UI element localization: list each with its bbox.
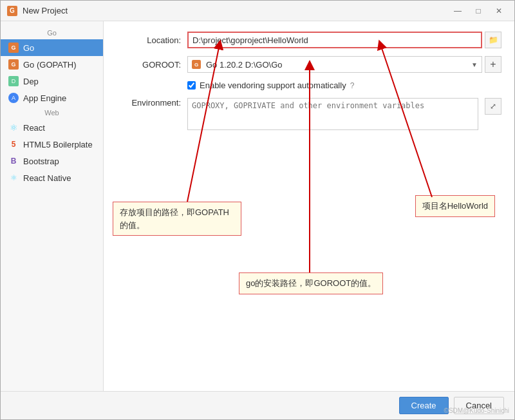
create-button[interactable]: Create [399, 397, 449, 414]
vendoring-checkbox[interactable] [187, 81, 196, 90]
sidebar-item-go-gopath[interactable]: G Go (GOPATH) [1, 56, 103, 73]
location-label: Location: [117, 35, 181, 45]
react-icon: ⚛ [8, 122, 19, 133]
environment-row: Environment: ⤢ [117, 98, 501, 130]
location-control: 📁 [187, 32, 501, 48]
go-icon: G [8, 43, 19, 53]
titlebar-controls: — □ ✕ [449, 5, 508, 17]
location-row: Location: 📁 [117, 32, 501, 48]
sidebar-label-html5: HTML5 Boilerplate [23, 140, 93, 149]
go-sdk-icon: G [192, 60, 201, 69]
window-title: New Project [23, 6, 68, 15]
goroot-select-container: G Go 1.20.2 D:\GO\Go ▼ [187, 56, 482, 73]
watermark: ©SDM@Kudo-Shinichi [444, 407, 509, 414]
app-icon: G [7, 6, 17, 16]
sidebar-item-go[interactable]: G Go [1, 39, 103, 56]
dropdown-arrow-icon: ▼ [471, 61, 478, 68]
vendoring-label: Enable vendoring support automatically [200, 81, 346, 90]
annotation-box-3: go的安装路径，即GOROOT的值。 [239, 272, 383, 294]
window: G New Project — □ ✕ Go G Go G Go (GOPATH… [0, 0, 515, 420]
sidebar-label-go: Go [23, 43, 34, 53]
location-input[interactable] [187, 32, 482, 48]
environment-label: Environment: [117, 98, 181, 108]
goroot-add-button[interactable]: + [485, 56, 501, 73]
sidebar-label-react-native: React Native [23, 173, 71, 183]
appengine-icon: A [8, 93, 19, 103]
minimize-button[interactable]: — [449, 5, 467, 17]
annotation-text-2: 项目名HelloWorld [422, 201, 488, 211]
location-browse-button[interactable]: 📁 [485, 32, 501, 48]
bottom-bar: Create Cancel [1, 391, 514, 419]
react-native-icon: ⚛ [8, 173, 19, 183]
sidebar-item-react-native[interactable]: ⚛ React Native [1, 169, 103, 186]
sidebar-section-go: Go [1, 26, 103, 39]
annotation-layer: 存放项目的路径，即GOPATH的值。 项目名HelloWorld go的安装路径… [104, 21, 514, 391]
sidebar-item-html5-boilerplate[interactable]: 5 HTML5 Boilerplate [1, 136, 103, 153]
annotation-arrows [104, 21, 514, 391]
folder-icon: 📁 [489, 35, 498, 44]
dep-icon: D [8, 76, 19, 86]
titlebar: G New Project — □ ✕ [1, 1, 514, 21]
goroot-label: GOROOT: [117, 60, 181, 70]
sidebar-section-web: Web [1, 106, 103, 119]
sidebar-label-go-gopath: Go (GOPATH) [23, 60, 77, 70]
sidebar-label-app-engine: App Engine [23, 93, 66, 103]
goroot-value: Go 1.20.2 D:\GO\Go [206, 60, 283, 70]
bootstrap-icon: B [8, 156, 19, 166]
sidebar-item-react[interactable]: ⚛ React [1, 119, 103, 136]
expand-icon: ⤢ [490, 102, 496, 111]
titlebar-left: G New Project [7, 6, 68, 16]
goroot-row: GOROOT: G Go 1.20.2 D:\GO\Go ▼ + [117, 56, 501, 73]
goroot-select[interactable]: G Go 1.20.2 D:\GO\Go ▼ [187, 56, 482, 73]
environment-expand-button[interactable]: ⤢ [485, 98, 501, 115]
sidebar-label-dep: Dep [23, 77, 39, 86]
goroot-control: G Go 1.20.2 D:\GO\Go ▼ + [187, 56, 501, 73]
sidebar-label-bootstrap: Bootstrap [23, 157, 59, 166]
sidebar-item-bootstrap[interactable]: B Bootstrap [1, 153, 103, 169]
annotation-box-2: 项目名HelloWorld [415, 195, 495, 217]
help-icon[interactable]: ? [350, 81, 355, 90]
main-panel: Location: 📁 GOROOT: G Go 1.20.2 D:\GO\Go [104, 21, 514, 391]
annotation-text-3: go的安装路径，即GOROOT的值。 [246, 278, 376, 288]
sidebar: Go G Go G Go (GOPATH) D Dep A App Engine… [1, 21, 104, 391]
dialog-content: Go G Go G Go (GOPATH) D Dep A App Engine… [1, 21, 514, 391]
close-button[interactable]: ✕ [490, 5, 508, 17]
html5-icon: 5 [8, 139, 19, 149]
annotation-text-1: 存放项目的路径，即GOPATH的值。 [120, 207, 229, 230]
restore-button[interactable]: □ [469, 5, 487, 17]
sidebar-label-react: React [23, 123, 45, 133]
environment-input[interactable] [187, 98, 478, 130]
plus-icon: + [490, 59, 496, 70]
sidebar-item-app-engine[interactable]: A App Engine [1, 90, 103, 106]
sidebar-item-dep[interactable]: D Dep [1, 73, 103, 90]
vendoring-row: Enable vendoring support automatically ? [117, 81, 501, 90]
annotation-box-1: 存放项目的路径，即GOPATH的值。 [113, 202, 241, 236]
go-gopath-icon: G [8, 59, 19, 70]
